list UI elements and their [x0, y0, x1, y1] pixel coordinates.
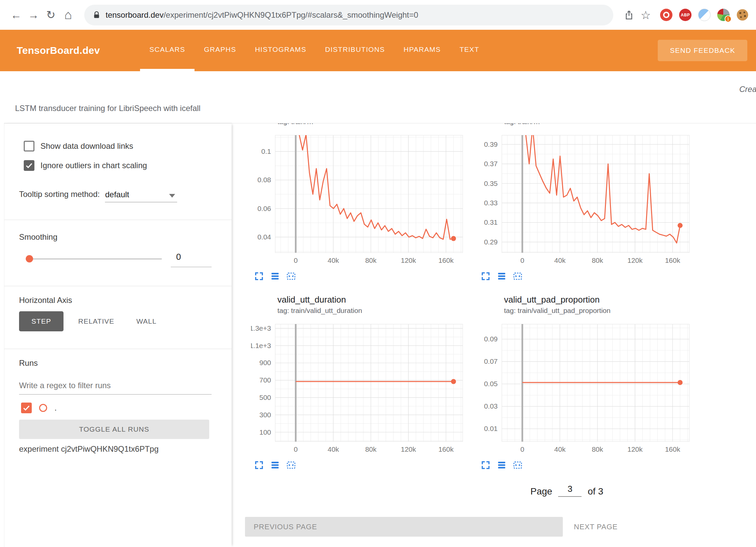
send-feedback-button[interactable]: SEND FEEDBACK [658, 40, 747, 61]
line-chart[interactable]: 040k80k120k160k0.040.060.080.1 [251, 135, 466, 266]
extension-badge-count: 1 [725, 15, 732, 22]
pie-extension-icon[interactable]: 1 [717, 9, 730, 21]
fit-domain-icon[interactable] [286, 460, 296, 470]
cookie-extension-icon[interactable] [736, 9, 749, 21]
show-download-checkbox[interactable] [24, 141, 34, 151]
toggle-y-axis-icon[interactable] [496, 460, 507, 470]
pagination: Page 3 of 3 [530, 484, 603, 497]
runs-regex-input[interactable] [19, 379, 212, 395]
next-page-button[interactable]: NEXT PAGE [574, 517, 618, 537]
chart-title: valid_utt_pad_proportion [504, 295, 695, 305]
content-area: Show data download links Ignore outliers… [0, 123, 756, 547]
svg-text:0.37: 0.37 [484, 160, 498, 168]
show-download-label: Show data download links [40, 141, 133, 151]
line-chart[interactable]: 040k80k120k160k1003005007009001.1e+31.3e… [251, 324, 466, 455]
svg-text:1.3e+3: 1.3e+3 [251, 324, 271, 332]
ignore-outliers-checkbox[interactable] [24, 160, 34, 171]
svg-text:0.04: 0.04 [257, 233, 271, 241]
svg-text:40k: 40k [554, 445, 565, 453]
run-name: . [54, 403, 57, 413]
created-label: Crea [739, 85, 756, 94]
forward-button[interactable]: → [25, 6, 42, 24]
tab-text[interactable]: TEXT [450, 30, 489, 71]
run-color-swatch [39, 404, 47, 412]
expand-chart-icon[interactable] [254, 271, 264, 282]
show-download-row[interactable]: Show data download links [24, 141, 133, 151]
tab-graphs[interactable]: GRAPHS [195, 30, 246, 71]
blue-extension-icon[interactable] [698, 9, 711, 21]
svg-text:700: 700 [259, 376, 271, 384]
divider [4, 286, 232, 286]
axis-relative-button[interactable]: RELATIVE [71, 317, 122, 325]
svg-text:0.01: 0.01 [484, 425, 498, 432]
chart-card-top-left: tag: train/… 040k80k120k160k0.040.060.08… [251, 123, 468, 282]
tooltip-sorting-label: Tooltip sorting method: [19, 190, 100, 199]
tensorboard-header: TensorBoard.dev SCALARS GRAPHS HISTOGRAM… [0, 30, 756, 71]
svg-text:40k: 40k [328, 445, 339, 453]
svg-text:0: 0 [294, 256, 298, 264]
svg-text:0: 0 [520, 256, 524, 264]
svg-text:0.39: 0.39 [484, 140, 498, 148]
run-checkbox[interactable] [21, 403, 32, 413]
tab-hparams[interactable]: HPARAMS [394, 30, 450, 71]
previous-page-button[interactable]: PREVIOUS PAGE [245, 517, 563, 537]
home-button[interactable]: ⌂ [59, 6, 77, 24]
svg-text:40k: 40k [554, 256, 565, 264]
adblock-extension-icon[interactable] [660, 9, 672, 21]
url-path: /experiment/cj2vtPiwQHKN9Q1tx6PTpg/#scal… [163, 10, 418, 20]
svg-text:120k: 120k [627, 445, 643, 453]
toggle-y-axis-icon[interactable] [270, 460, 280, 470]
axis-wall-button[interactable]: WALL [129, 317, 164, 325]
expand-chart-icon[interactable] [254, 460, 264, 470]
tab-histograms[interactable]: HISTOGRAMS [246, 30, 316, 71]
bookmark-star-icon[interactable]: ☆ [637, 6, 654, 24]
browser-window: ← → ↻ ⌂ tensorboard.dev/experiment/cj2vt… [0, 0, 756, 547]
fit-domain-icon[interactable] [512, 271, 523, 282]
svg-text:0.29: 0.29 [484, 238, 498, 246]
abp-extension-icon[interactable]: ABP [679, 9, 691, 21]
extensions-row: ABP 1 [660, 9, 749, 21]
svg-text:0.31: 0.31 [484, 218, 498, 226]
svg-text:100: 100 [259, 428, 271, 436]
address-bar[interactable]: tensorboard.dev/experiment/cj2vtPiwQHKN9… [84, 5, 613, 25]
axis-step-button[interactable]: STEP [19, 311, 64, 331]
run-row[interactable]: . [21, 403, 57, 413]
back-button[interactable]: ← [7, 6, 25, 24]
svg-text:0.05: 0.05 [484, 380, 498, 388]
svg-text:120k: 120k [401, 256, 416, 264]
tab-scalars[interactable]: SCALARS [140, 30, 195, 71]
toggle-y-axis-icon[interactable] [496, 271, 507, 282]
svg-text:160k: 160k [438, 445, 454, 453]
svg-text:160k: 160k [438, 256, 454, 264]
line-chart[interactable]: 040k80k120k160k0.290.310.330.350.370.39 [478, 135, 692, 266]
chart-tag: tag: train/valid_utt_pad_proportion [504, 307, 695, 315]
svg-text:0.35: 0.35 [484, 180, 498, 187]
svg-text:40k: 40k [328, 256, 339, 264]
svg-text:0.06: 0.06 [257, 205, 271, 212]
line-chart[interactable]: 040k80k120k160k0.010.030.050.070.09 [478, 324, 692, 455]
svg-text:0.03: 0.03 [484, 402, 498, 410]
share-icon[interactable] [621, 6, 637, 24]
fit-domain-icon[interactable] [512, 460, 523, 470]
slider-thumb[interactable] [26, 255, 33, 262]
toggle-all-runs-button[interactable]: TOGGLE ALL RUNS [19, 420, 209, 439]
smoothing-value-input[interactable]: 0 [171, 252, 212, 267]
chart-toolbar [254, 460, 468, 470]
toggle-y-axis-icon[interactable] [270, 271, 280, 282]
svg-text:1.1e+3: 1.1e+3 [251, 342, 271, 349]
tooltip-sorting-value: default [105, 190, 129, 199]
svg-text:80k: 80k [592, 256, 603, 264]
slider-track[interactable] [26, 258, 162, 259]
smoothing-slider[interactable] [26, 254, 162, 263]
fit-domain-icon[interactable] [286, 271, 296, 282]
expand-chart-icon[interactable] [480, 271, 491, 282]
charts-area: tag: train/… 040k80k120k160k0.040.060.08… [232, 123, 756, 547]
tab-distributions[interactable]: DISTRIBUTIONS [316, 30, 394, 71]
page-number-input[interactable]: 3 [558, 484, 582, 497]
tensorboard-logo[interactable]: TensorBoard.dev [17, 45, 100, 56]
tooltip-sorting-dropdown[interactable]: default [105, 190, 177, 202]
reload-button[interactable]: ↻ [42, 6, 59, 24]
expand-chart-icon[interactable] [480, 460, 491, 470]
experiment-name: experiment cj2vtPiwQHKN9Q1tx6PTpg [19, 444, 159, 454]
ignore-outliers-row[interactable]: Ignore outliers in chart scaling [24, 160, 147, 171]
